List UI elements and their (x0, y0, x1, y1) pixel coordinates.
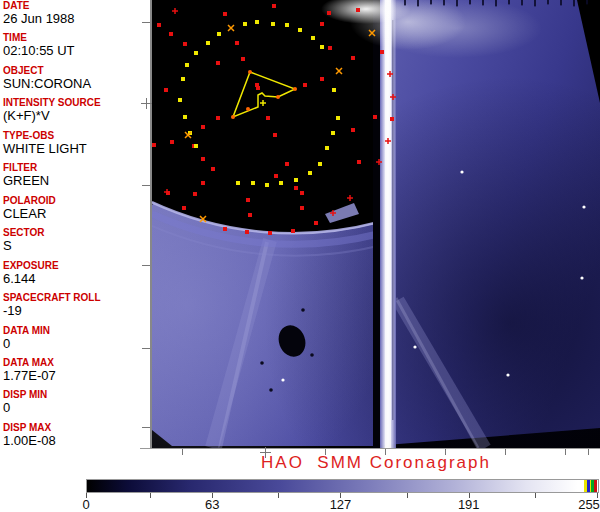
field-value: 02:10:55 UT (3, 44, 149, 58)
star-marker-red (157, 23, 161, 27)
star-marker-yellow (311, 36, 315, 40)
star-marker-red (351, 56, 355, 60)
star-marker-yellow (298, 28, 302, 32)
star-marker-red (164, 88, 168, 92)
star-marker-yellow (251, 181, 255, 185)
star-marker-red (373, 115, 377, 119)
left-axis-tick (142, 427, 150, 428)
colorbar-end-stripe (594, 480, 597, 492)
colorbar-tick-label: 191 (458, 497, 480, 512)
star-marker-yellow (331, 131, 335, 135)
dust-speck (310, 353, 314, 357)
star-marker-yellow (185, 63, 189, 67)
metadata-field: FILTERGREEN (3, 163, 149, 188)
sprocket-mark (456, 0, 458, 6)
star-marker-red (356, 8, 360, 12)
sprocket-mark (573, 0, 575, 6)
star-marker-red (327, 11, 331, 15)
metadata-field: DATA MIN0 (3, 326, 149, 351)
colorbar-tick (150, 493, 151, 498)
colorbar-tick (407, 493, 408, 498)
star-marker-yellow (181, 77, 185, 81)
star-marker-red (201, 157, 205, 161)
star-dot-white (582, 205, 585, 208)
star-marker-red (303, 83, 307, 87)
metadata-field: INTENSITY SOURCE(K+F)*V (3, 98, 149, 123)
left-axis-tick (142, 348, 150, 349)
star-marker-yellow (178, 98, 182, 102)
field-label: DISP MIN (3, 390, 149, 400)
star-marker-red (183, 42, 187, 46)
colorbar-tick-label: 63 (205, 497, 219, 512)
field-value: 0 (3, 337, 149, 351)
left-axis-tick (142, 22, 150, 23)
colorbar-tick-label: 0 (82, 497, 89, 512)
star-marker-red (351, 128, 355, 132)
field-label: DATA MIN (3, 326, 149, 336)
star-marker-yellow (194, 144, 198, 148)
star-marker-red (390, 117, 394, 121)
star-marker-red (170, 140, 174, 144)
star-marker-red (201, 181, 205, 185)
dust-speck (260, 361, 264, 365)
star-marker-yellow (243, 22, 247, 26)
star-marker-red (245, 230, 249, 234)
star-marker-red (223, 12, 227, 16)
metadata-field: DATA MAX1.77E-07 (3, 358, 149, 383)
dust-speck (269, 388, 273, 392)
sprocket-mark (521, 0, 523, 5)
sprocket-mark (482, 0, 484, 5)
sprocket-mark (469, 0, 471, 4)
metadata-field: OBJECTSUN:CORONA (3, 66, 149, 91)
field-value: -19 (3, 304, 149, 318)
star-marker-yellow (265, 183, 269, 187)
star-marker-red (294, 186, 298, 190)
dust-speck (301, 308, 305, 312)
metadata-field: EXPOSURE6.144 (3, 261, 149, 286)
star-marker-red (193, 192, 197, 196)
image-viewport[interactable] (152, 0, 600, 448)
metadata-panel: DATE26 Jun 1988TIME02:10:55 UTOBJECTSUN:… (0, 0, 150, 448)
field-value: 0 (3, 401, 149, 415)
sprocket-mark (547, 0, 549, 4)
star-dot-white (413, 345, 416, 348)
field-label: TYPE-OBS (3, 131, 149, 141)
star-marker-red (357, 160, 361, 164)
field-label: DATE (3, 1, 149, 11)
star-marker-yellow (279, 181, 283, 185)
star-marker-yellow (294, 178, 298, 182)
star-marker-red (211, 167, 215, 171)
star-marker-yellow (285, 23, 289, 27)
field-label: SECTOR (3, 228, 149, 238)
sprocket-mark (417, 0, 419, 6)
star-marker-yellow (206, 41, 210, 45)
field-label: INTENSITY SOURCE (3, 98, 149, 108)
field-value: CLEAR (3, 207, 149, 221)
star-marker-yellow (336, 116, 340, 120)
field-label: OBJECT (3, 66, 149, 76)
colorbar-tick-label: 255 (578, 497, 600, 512)
colorbar-tick (278, 493, 279, 498)
star-marker-red (182, 206, 186, 210)
star-marker-red (320, 22, 324, 26)
star-marker-red (272, 4, 276, 8)
star-marker-yellow (255, 20, 259, 24)
star-marker-red (314, 221, 318, 225)
star-marker-red (216, 116, 220, 120)
star-marker-red (152, 143, 156, 147)
star-dot-white (580, 276, 583, 279)
star-dot-white (506, 373, 509, 376)
star-marker-red (320, 77, 324, 81)
field-value: 6.144 (3, 272, 149, 286)
field-label: EXPOSURE (3, 261, 149, 271)
star-marker-red (255, 83, 259, 87)
coronagraph-image (152, 0, 600, 448)
page-title: HAO SMM Coronagraph (152, 453, 600, 473)
star-marker-red (273, 133, 277, 137)
field-value: (K+F)*V (3, 109, 149, 123)
star-marker-yellow (183, 115, 187, 119)
star-marker-red (169, 32, 173, 36)
sprocket-mark (443, 0, 445, 5)
field-value: S (3, 239, 149, 253)
sprocket-mark (534, 0, 536, 6)
